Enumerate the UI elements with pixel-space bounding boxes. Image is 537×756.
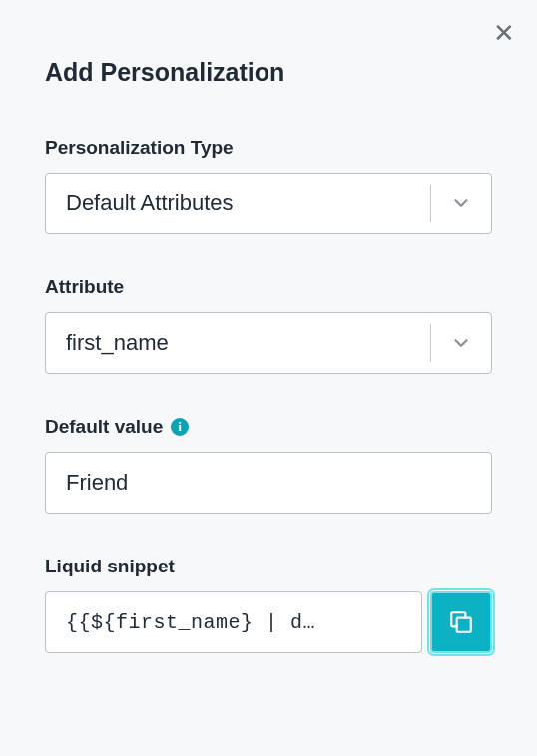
chevron-down-icon (431, 192, 491, 214)
snippet-output[interactable]: {{${first_name} | d… (45, 591, 422, 653)
select-value: first_name (46, 330, 430, 356)
modal-title: Add Personalization (45, 58, 492, 87)
field-attribute: Attribute first_name (45, 276, 492, 374)
label-default-value: Default value i (45, 416, 492, 438)
chevron-down-icon (431, 332, 491, 354)
snippet-row: {{${first_name} | d… (45, 591, 492, 653)
label-text: Default value (45, 416, 163, 438)
copy-button[interactable] (430, 591, 492, 653)
copy-icon (448, 609, 474, 635)
svg-rect-0 (457, 618, 471, 632)
select-personalization-type[interactable]: Default Attributes (45, 173, 492, 234)
label-liquid-snippet: Liquid snippet (45, 556, 492, 577)
info-icon[interactable]: i (171, 418, 189, 436)
field-default-value: Default value i (45, 416, 492, 514)
input-default-value[interactable] (45, 452, 492, 514)
field-liquid-snippet: Liquid snippet {{${first_name} | d… (45, 556, 492, 653)
select-attribute[interactable]: first_name (45, 312, 492, 374)
label-personalization-type: Personalization Type (45, 137, 492, 159)
field-personalization-type: Personalization Type Default Attributes (45, 137, 492, 234)
close-icon: ✕ (493, 18, 515, 48)
select-value: Default Attributes (46, 190, 430, 216)
close-button[interactable]: ✕ (493, 20, 515, 46)
label-attribute: Attribute (45, 276, 492, 298)
